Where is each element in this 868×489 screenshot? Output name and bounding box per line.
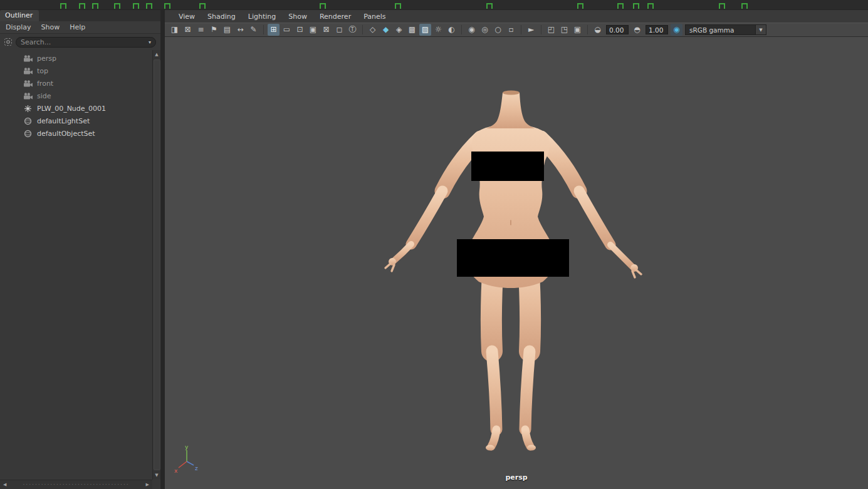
tab-outliner[interactable]: Outliner [0, 10, 39, 21]
menu-view[interactable]: View [172, 13, 201, 21]
outliner-panel: Outliner Display Show Help Search... ▾ [0, 10, 160, 489]
shelf-fragment-icon [79, 3, 85, 9]
scrollbar-grip[interactable]: ··································· [23, 481, 130, 488]
camera-icon [23, 68, 33, 75]
grease-pencil-icon[interactable]: ✎ [248, 24, 259, 36]
outliner-item-top[interactable]: top [0, 64, 151, 77]
scroll-up-icon[interactable]: ▲ [154, 50, 159, 59]
gamma-input[interactable]: 1.00 [646, 25, 668, 34]
outliner-item-side[interactable]: side [0, 90, 151, 102]
shelf-fragment-icon [199, 3, 206, 9]
menu-show[interactable]: Show [282, 13, 313, 21]
outliner-item-label: defaultLightSet [37, 117, 90, 125]
panel-splitter[interactable] [160, 10, 165, 489]
viewport-menubar: View Shading Lighting Show Renderer Pane… [165, 10, 868, 23]
viewport-toolbar-icons: ◨⊠≡⚑▤↔✎⊞▭⊡▣⊠◻Ⓣ◇◆◈▩▨☼◐◉◎○▫►◰◳▣ [168, 24, 591, 36]
safe-action-icon[interactable]: ◻ [333, 24, 345, 36]
shelf-fragment-icon [486, 3, 493, 9]
outliner-item-mesh[interactable]: PLW_00_Nude_0001 [0, 102, 151, 115]
select-camera-icon[interactable]: ◨ [169, 24, 180, 36]
tear-off-copy-icon[interactable]: ◰ [545, 24, 557, 36]
camera-icon [23, 80, 33, 87]
scroll-left-icon[interactable]: ◀ [2, 480, 8, 489]
viewport-canvas[interactable]: y x z persp [165, 37, 868, 489]
motion-blur-icon[interactable]: ◎ [479, 24, 491, 36]
anti-alias-icon[interactable]: ○ [492, 24, 504, 36]
view-transform-select[interactable]: sRGB gamma ▼ [685, 24, 766, 35]
lock-camera-icon[interactable]: ⊠ [182, 24, 194, 36]
shelf-fragment-icon [320, 3, 326, 9]
model-figure[interactable] [165, 37, 868, 489]
menu-renderer[interactable]: Renderer [313, 13, 357, 21]
search-placeholder: Search... [21, 38, 149, 47]
outliner-item-label: persp [37, 54, 56, 63]
camera-attributes-icon[interactable]: ≡ [195, 24, 207, 36]
gamma-icon[interactable]: ◓ [631, 24, 643, 36]
outliner-horizontal-scrollbar[interactable]: ◀ ··································· ▶ [0, 480, 152, 489]
gate-mask-icon[interactable]: ▣ [307, 24, 319, 36]
xray-icon[interactable]: ▨ [419, 24, 431, 36]
censor-bar-chest [471, 152, 544, 181]
snapshot-icon[interactable]: ▣ [572, 24, 583, 36]
panel-layout-icon[interactable]: ◳ [558, 24, 570, 36]
use-all-lights-icon[interactable]: ☼ [432, 24, 444, 36]
outliner-vertical-scrollbar[interactable]: ▲ ▼ [152, 50, 160, 480]
outliner-tree: persp top front [0, 50, 160, 489]
textured-icon[interactable]: ▩ [406, 24, 418, 36]
color-management-icon[interactable]: ◉ [671, 24, 682, 36]
search-input[interactable]: Search... ▾ [16, 37, 156, 48]
toolbar-separator [362, 25, 363, 34]
chevron-down-icon[interactable]: ▾ [149, 39, 151, 45]
shelf-fragment-icon [133, 3, 139, 9]
set-icon [23, 117, 33, 125]
shadows-icon[interactable]: ◐ [446, 24, 458, 36]
quality-swatch-icon[interactable]: ▫ [505, 24, 517, 36]
grid-icon[interactable]: ⊞ [268, 24, 280, 36]
menu-display[interactable]: Display [4, 23, 38, 31]
occlusion-icon[interactable]: ◉ [466, 24, 478, 36]
menu-help[interactable]: Help [68, 23, 92, 31]
exposure-icon[interactable]: ◒ [592, 24, 604, 36]
axis-z-label: z [195, 465, 198, 471]
outliner-menubar: Display Show Help [0, 21, 160, 34]
toolbar-separator [263, 25, 264, 34]
outliner-item-persp[interactable]: persp [0, 52, 151, 64]
safe-title-icon[interactable]: Ⓣ [347, 24, 358, 36]
image-plane-icon[interactable]: ▤ [221, 24, 233, 36]
view-transform-value: sRGB gamma [686, 26, 755, 34]
field-chart-icon[interactable]: ⊠ [320, 24, 332, 36]
scroll-down-icon[interactable]: ▼ [154, 471, 159, 480]
outliner-item-default-light-set[interactable]: defaultLightSet [0, 115, 151, 127]
wireframe-on-shaded-icon[interactable]: ◈ [393, 24, 405, 36]
resolution-gate-icon[interactable]: ⊡ [294, 24, 306, 36]
menu-lighting[interactable]: Lighting [242, 13, 282, 21]
menu-panels[interactable]: Panels [357, 13, 392, 21]
wireframe-icon[interactable]: ◇ [367, 24, 379, 36]
transform-icon [23, 105, 33, 113]
film-gate-icon[interactable]: ▭ [281, 24, 293, 36]
shelf-fragment-icon [741, 3, 748, 9]
scroll-right-icon[interactable]: ▶ [145, 480, 150, 489]
exposure-input[interactable]: 0.00 [606, 25, 629, 34]
menu-show[interactable]: Show [40, 23, 66, 31]
shelf-fragment-icon [577, 3, 583, 9]
scrollbar-thumb[interactable] [154, 59, 160, 470]
toolbar-separator [587, 25, 588, 34]
shelf-fragment-icon [395, 3, 401, 9]
two-d-pan-zoom-icon[interactable]: ↔ [234, 24, 246, 36]
main-split: Outliner Display Show Help Search... ▾ [0, 10, 868, 489]
filter-icon[interactable] [3, 37, 13, 48]
smooth-shade-icon[interactable]: ◆ [380, 24, 392, 36]
shelf-fragment-icon [114, 3, 120, 9]
outliner-item-front[interactable]: front [0, 77, 151, 90]
chevron-down-icon[interactable]: ▼ [755, 25, 766, 34]
shelf-fragment-icon [647, 3, 654, 9]
bookmark-icon[interactable]: ⚑ [208, 24, 220, 36]
isolate-select-icon[interactable]: ► [525, 24, 537, 36]
outliner-item-default-object-set[interactable]: defaultObjectSet [0, 127, 151, 140]
shelf-fragment-icon [617, 3, 624, 9]
menu-shading[interactable]: Shading [201, 13, 242, 21]
shelf-fragment-icon [164, 3, 170, 9]
outliner-item-label: side [37, 92, 51, 100]
outliner-item-label: top [37, 67, 48, 75]
